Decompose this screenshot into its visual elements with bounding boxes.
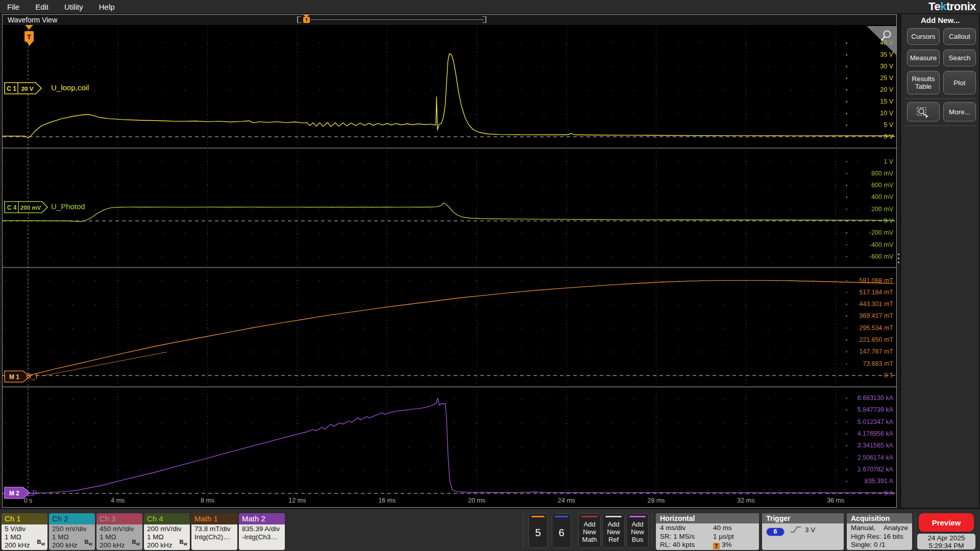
results-table-button[interactable]: Results Table bbox=[907, 71, 940, 94]
add-new-header: Add New... bbox=[901, 14, 979, 24]
horizontal-sample-rate: SR: 1 MS/s bbox=[660, 533, 713, 541]
trigger-position-t-icon[interactable]: T bbox=[303, 17, 310, 23]
plot-area[interactable]: C 120 VC 4200 mVM 1M 2T 40 V35 V30 V25 V… bbox=[3, 25, 896, 507]
math2-scale-tick bbox=[846, 493, 847, 494]
acquisition-single: Single: 0 /1 bbox=[851, 541, 908, 549]
bandwidth-limit-icon: BW bbox=[132, 538, 140, 548]
math1-scale-label: 73.883 mT bbox=[863, 360, 893, 367]
channel-badge-math2[interactable]: Math 2835.39 A/div-Intg(Ch3… bbox=[239, 513, 285, 550]
horizontal-scale: 4 ms/div bbox=[660, 524, 713, 533]
ch4-scale-label: -400 mV bbox=[869, 241, 893, 248]
math2-scale-label: 6.683130 kA bbox=[857, 394, 893, 402]
ch4-scale-tick bbox=[846, 185, 847, 186]
ch4-scale-tick bbox=[846, 209, 847, 210]
time: 5:29:34 PM bbox=[917, 542, 975, 549]
trigger-panel[interactable]: Trigger 63 V bbox=[762, 513, 844, 550]
horizontal-panel[interactable]: Horizontal 4 ms/div40 ms SR: 1 MS/s1 µs/… bbox=[656, 513, 759, 550]
measure-button[interactable]: Measure bbox=[907, 49, 940, 66]
svg-text:20 V: 20 V bbox=[21, 86, 34, 92]
search-button[interactable]: Search bbox=[943, 49, 976, 66]
trigger-level: 3 V bbox=[805, 526, 815, 534]
channel-badge-ch4[interactable]: Ch 4200 mV/div1 MΩ200 kHzBW bbox=[144, 513, 190, 550]
math2-scale-label: 4.176956 kA bbox=[857, 430, 893, 437]
horizontal-panel-title: Horizontal bbox=[656, 513, 759, 523]
ch4-scale-tick bbox=[846, 244, 847, 246]
ch1-scale-label: 5 V bbox=[884, 121, 893, 129]
channel-setting-line: 835.39 A/div bbox=[242, 525, 285, 533]
math1-scale-label: 147.767 mT bbox=[859, 348, 893, 355]
ch4-scale-tick bbox=[846, 161, 847, 163]
trace-ch1 bbox=[3, 54, 894, 138]
zoom-select-button[interactable] bbox=[907, 102, 940, 121]
preview-button[interactable]: Preview bbox=[919, 513, 974, 532]
math2-scale-tick bbox=[846, 469, 847, 470]
waveform-view-title-bar: Waveform View T bbox=[3, 15, 896, 25]
horizontal-record-length: RL: 40 kpts bbox=[660, 541, 713, 549]
trigger-flag-icon[interactable]: T bbox=[24, 25, 34, 46]
time-axis-label: 28 ms bbox=[641, 497, 672, 504]
ch1-scale-tick bbox=[846, 101, 847, 103]
math1-trace-label[interactable]: B_t bbox=[26, 371, 38, 380]
channel-setting-line: 250 mV/div bbox=[52, 525, 95, 533]
channel-badge-header: Ch 4 bbox=[144, 513, 190, 524]
slice-separator bbox=[3, 267, 896, 268]
ch4-scale-label: 1 V bbox=[884, 158, 893, 165]
ch4-scale-tick bbox=[846, 232, 847, 234]
time-axis-label: 4 ms bbox=[103, 497, 133, 504]
more-button[interactable]: More... bbox=[943, 102, 976, 121]
math2-scale-label: 0 A bbox=[884, 490, 893, 497]
right-panel-divider bbox=[904, 98, 976, 99]
channel-setting-line: Intg(Ch2)… bbox=[194, 533, 237, 541]
math1-scale-tick bbox=[846, 351, 847, 353]
cursors-button[interactable]: Cursors bbox=[907, 28, 940, 45]
ch4-trace-label[interactable]: U_Photod bbox=[51, 202, 85, 211]
channel-badge-ch2[interactable]: Ch 2250 mV/div1 MΩ200 kHzBW bbox=[49, 513, 95, 550]
menu-bar: FileEditUtilityHelp Tektronix bbox=[0, 0, 980, 13]
menu-edit[interactable]: Edit bbox=[35, 3, 48, 11]
menu-file[interactable]: File bbox=[7, 3, 19, 11]
trigger-source-badge: 6 bbox=[766, 528, 785, 536]
channel-badge-ch1[interactable]: Ch 15 V/div1 MΩ200 kHzBW bbox=[2, 513, 47, 550]
acquisition-mode: Manual, bbox=[851, 524, 875, 533]
plot-button[interactable]: Plot bbox=[943, 71, 976, 94]
add-new-ref-button[interactable]: AddNewRef bbox=[602, 513, 625, 548]
button-5[interactable]: 5 bbox=[528, 513, 548, 548]
add-new-math-button[interactable]: AddNewMath bbox=[578, 513, 601, 548]
acquisition-analyze: Analyze bbox=[884, 524, 908, 533]
trigger-position-icon: T bbox=[713, 543, 720, 549]
ch4-scale-label: 200 mV bbox=[871, 206, 893, 213]
add-new-bus-button[interactable]: AddNewBus bbox=[626, 513, 649, 548]
ch1-badge[interactable]: C 120 V bbox=[5, 83, 41, 94]
menu-utility[interactable]: Utility bbox=[64, 3, 83, 11]
math1-scale-tick bbox=[846, 339, 847, 341]
menu-help[interactable]: Help bbox=[99, 3, 115, 11]
horizontal-position-bar[interactable] bbox=[310, 19, 484, 20]
button-color-stripe bbox=[605, 516, 622, 517]
bt-label-pointer bbox=[41, 352, 167, 376]
ch1-scale-label: 30 V bbox=[880, 63, 893, 70]
channel-badge-settings: 450 mV/div1 MΩ200 kHzBW bbox=[96, 524, 142, 550]
button-6[interactable]: 6 bbox=[552, 513, 571, 548]
math2-scale-label: 2.506174 kA bbox=[857, 454, 893, 461]
svg-text:T: T bbox=[27, 33, 31, 41]
panel-splitter-handle[interactable] bbox=[898, 254, 899, 266]
callout-button[interactable]: Callout bbox=[943, 28, 976, 45]
math2-scale-tick bbox=[846, 409, 847, 411]
channel-badge-settings: 73.8 mT/divIntg(Ch2)… bbox=[191, 524, 237, 550]
ch1-trace-label[interactable]: U_loop,coil bbox=[51, 83, 89, 92]
horizontal-window: 40 ms bbox=[713, 524, 732, 533]
ch4-scale-label: -600 mV bbox=[869, 253, 893, 260]
zoom-select-icon bbox=[916, 105, 931, 119]
channel-badge-settings: 5 V/div1 MΩ200 kHzBW bbox=[2, 524, 47, 550]
time-axis-label: 36 ms bbox=[820, 497, 851, 504]
math2-scale-tick bbox=[846, 421, 847, 423]
waveform-view-title: Waveform View bbox=[8, 16, 57, 24]
acquisition-panel[interactable]: Acquisition Manual,Analyze High Res: 16 … bbox=[847, 513, 912, 550]
channel-badge-math1[interactable]: Math 173.8 mT/divIntg(Ch2)… bbox=[191, 513, 237, 550]
ch4-badge[interactable]: C 4200 mV bbox=[5, 202, 47, 213]
ch1-scale-label: 35 V bbox=[880, 51, 893, 58]
math2-trace-label[interactable]: I_p bbox=[26, 487, 37, 496]
channel-setting-line: 5 V/div bbox=[5, 525, 47, 533]
channel-badge-ch3[interactable]: Ch 3450 mV/div1 MΩ200 kHzBW bbox=[96, 513, 142, 550]
position-indicator-right-bracket bbox=[482, 16, 486, 23]
